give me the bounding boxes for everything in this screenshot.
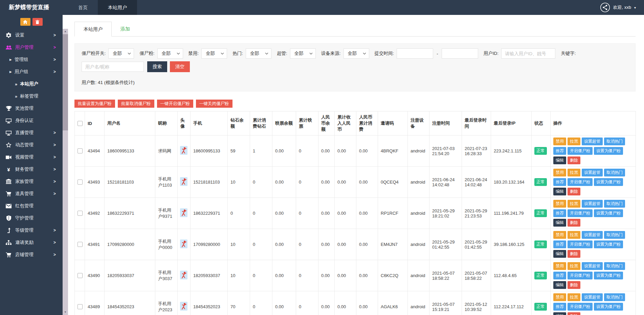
action-edit-button[interactable]: 编辑: [553, 312, 566, 315]
home-button[interactable]: [20, 18, 30, 26]
action-delete-button[interactable]: 删除: [568, 281, 580, 289]
action-blacklist-button[interactable]: 拉黑: [568, 138, 580, 145]
action-edit-button[interactable]: 编辑: [553, 250, 566, 258]
action-disable-button[interactable]: 禁用: [553, 200, 566, 208]
sidebar-item-props-management[interactable]: 道具管理>: [0, 188, 63, 200]
enable-all-zombie-button[interactable]: 一键开启僵尸粉: [157, 100, 194, 108]
device-source-select[interactable]: 全部: [343, 48, 369, 59]
action-set-super-admin-button[interactable]: 设置超管: [582, 262, 603, 270]
sidebar-scrollbar[interactable]: ▲ ▼: [63, 29, 68, 315]
action-recommend-button[interactable]: 推荐: [553, 147, 566, 155]
row-checkbox[interactable]: [77, 304, 83, 309]
row-checkbox[interactable]: [77, 242, 83, 247]
top-tab-home[interactable]: 首页: [68, 0, 98, 15]
action-cancel-hot-button[interactable]: 取消热门: [604, 138, 625, 145]
sidebar-item-prize-pool-management[interactable]: 奖池管理: [0, 102, 63, 114]
search-button[interactable]: 搜索: [147, 61, 167, 72]
submit-time-start-input[interactable]: [397, 48, 433, 59]
sidebar-item-invite-reward[interactable]: 邀请奖励>: [0, 236, 63, 249]
sidebar-item-red-packet-management[interactable]: 红包管理: [0, 200, 63, 212]
action-recommend-button[interactable]: 推荐: [553, 272, 566, 279]
user-id-input[interactable]: [501, 48, 555, 59]
super-admin-select[interactable]: 全部: [290, 48, 316, 59]
sidebar-item-identity-verification[interactable]: 身份认证: [0, 114, 63, 127]
action-cancel-hot-button[interactable]: 取消热门: [604, 262, 625, 270]
action-recommend-button[interactable]: 推荐: [553, 178, 566, 186]
sidebar-item-admin-group[interactable]: ▶管理组>: [0, 54, 63, 66]
action-recommend-button[interactable]: 推荐: [553, 240, 566, 248]
action-set-as-zombie-button[interactable]: 设置为僵尸粉: [594, 240, 623, 248]
action-set-as-zombie-button[interactable]: 设置为僵尸粉: [594, 209, 623, 217]
sidebar-item-site-users[interactable]: »本站用户: [0, 78, 63, 90]
action-enable-zombie-button[interactable]: 开启僵尸粉: [568, 303, 593, 311]
action-set-super-admin-button[interactable]: 设置超管: [582, 293, 603, 301]
action-blacklist-button[interactable]: 拉黑: [568, 262, 580, 270]
action-set-super-admin-button[interactable]: 设置超管: [582, 231, 603, 239]
action-cancel-hot-button[interactable]: 取消热门: [604, 231, 625, 239]
action-cancel-hot-button[interactable]: 取消热门: [604, 200, 625, 208]
row-checkbox[interactable]: [77, 148, 83, 153]
action-enable-zombie-button[interactable]: 开启僵尸粉: [568, 209, 593, 217]
trash-button[interactable]: [32, 18, 43, 26]
action-blacklist-button[interactable]: 拉黑: [568, 293, 580, 301]
sidebar-item-moments-management[interactable]: 动态管理>: [0, 139, 63, 151]
row-checkbox[interactable]: [77, 211, 83, 216]
tab-add[interactable]: 添加: [112, 22, 139, 36]
action-blacklist-button[interactable]: 拉黑: [568, 231, 580, 239]
disable-all-zombie-button[interactable]: 一键关闭僵尸粉: [196, 100, 232, 108]
batch-set-zombie-button[interactable]: 批量设置为僵尸粉: [74, 100, 115, 108]
disabled-select[interactable]: 全部: [201, 48, 227, 59]
action-disable-button[interactable]: 禁用: [553, 138, 566, 145]
clear-button[interactable]: 清空: [170, 61, 190, 72]
action-disable-button[interactable]: 禁用: [553, 262, 566, 270]
hot-select[interactable]: 全部: [246, 48, 271, 59]
row-checkbox[interactable]: [77, 273, 83, 278]
action-delete-button[interactable]: 删除: [568, 219, 580, 227]
action-blacklist-button[interactable]: 拉黑: [568, 200, 580, 208]
sidebar-item-video-management[interactable]: 视频管理>: [0, 151, 63, 163]
action-edit-button[interactable]: 编辑: [553, 188, 566, 195]
select-all-checkbox[interactable]: [77, 121, 83, 126]
sidebar-item-tag-management[interactable]: »标签管理: [0, 90, 63, 102]
scroll-up-icon[interactable]: ▲: [63, 29, 68, 34]
sidebar-item-shop-management[interactable]: 店铺管理>: [0, 249, 63, 261]
sidebar-item-finance-management[interactable]: ¥财务管理>: [0, 163, 63, 175]
action-set-super-admin-button[interactable]: 设置超管: [582, 200, 603, 208]
sidebar-item-user-management[interactable]: 用户管理>: [0, 41, 63, 54]
action-enable-zombie-button[interactable]: 开启僵尸粉: [568, 240, 593, 248]
action-delete-button[interactable]: 删除: [568, 312, 580, 315]
sidebar-item-user-group[interactable]: ▶用户组>: [0, 66, 63, 78]
action-set-as-zombie-button[interactable]: 设置为僵尸粉: [594, 147, 623, 155]
action-delete-button[interactable]: 删除: [568, 188, 580, 195]
action-enable-zombie-button[interactable]: 开启僵尸粉: [568, 178, 593, 186]
action-disable-button[interactable]: 禁用: [553, 231, 566, 239]
action-blacklist-button[interactable]: 拉黑: [568, 169, 580, 176]
action-delete-button[interactable]: 删除: [568, 250, 580, 258]
sidebar-item-live-management[interactable]: 直播管理>: [0, 127, 63, 139]
action-set-as-zombie-button[interactable]: 设置为僵尸粉: [594, 303, 623, 311]
sidebar-item-settings[interactable]: 设置>: [0, 29, 63, 41]
row-checkbox[interactable]: [77, 180, 83, 185]
action-set-super-admin-button[interactable]: 设置超管: [582, 169, 603, 176]
sidebar-item-guard-management[interactable]: 守护管理: [0, 212, 63, 224]
action-delete-button[interactable]: 删除: [568, 156, 580, 164]
top-tab-site-users[interactable]: 本站用户: [98, 0, 137, 15]
action-enable-zombie-button[interactable]: 开启僵尸粉: [568, 147, 593, 155]
user-menu[interactable]: 欢迎, xxb ▾: [600, 0, 644, 15]
zombie-fan-select[interactable]: 全部: [157, 48, 183, 59]
scroll-down-icon[interactable]: ▼: [63, 310, 68, 315]
scrollbar-thumb[interactable]: [63, 34, 68, 130]
zombie-switch-select[interactable]: 全部: [108, 48, 134, 59]
action-set-as-zombie-button[interactable]: 设置为僵尸粉: [594, 178, 623, 186]
sidebar-item-family-management[interactable]: 家族管理>: [0, 175, 63, 188]
sidebar-item-level-management[interactable]: 等级管理>: [0, 224, 63, 236]
action-recommend-button[interactable]: 推荐: [553, 209, 566, 217]
action-set-super-admin-button[interactable]: 设置超管: [582, 138, 603, 145]
action-cancel-hot-button[interactable]: 取消热门: [604, 293, 625, 301]
action-recommend-button[interactable]: 推荐: [553, 303, 566, 311]
action-disable-button[interactable]: 禁用: [553, 293, 566, 301]
action-edit-button[interactable]: 编辑: [553, 219, 566, 227]
submit-time-end-input[interactable]: [442, 48, 478, 59]
action-cancel-hot-button[interactable]: 取消热门: [604, 169, 625, 176]
action-edit-button[interactable]: 编辑: [553, 156, 566, 164]
